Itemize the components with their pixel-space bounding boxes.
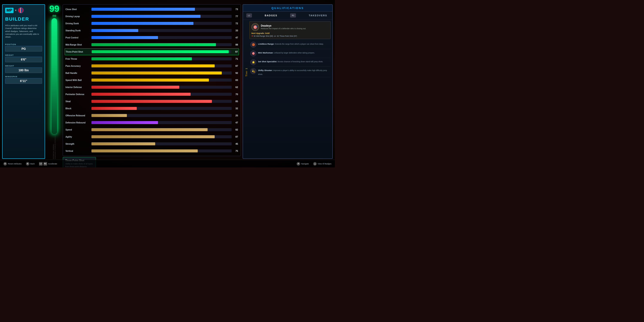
nba-logo — [18, 7, 24, 13]
attr-name: Vertical — [66, 150, 90, 152]
attr-row[interactable]: Block32 — [64, 105, 239, 112]
attr-value: 32 — [233, 107, 238, 110]
attr-bar-fill — [92, 36, 158, 39]
takeovers-tab[interactable]: TAKEOVERS — [307, 13, 329, 18]
view-label: View All Badges — [318, 163, 332, 165]
attr-value: 62 — [233, 86, 238, 88]
navigate-btn[interactable]: R — [297, 162, 300, 166]
accelerate-item: L2 R2 Accelerate — [39, 162, 57, 166]
attr-bar-bg — [92, 93, 232, 96]
attr-row[interactable]: Speed82 — [64, 126, 239, 133]
attr-bar-bg — [92, 57, 232, 60]
attr-value: 87 — [233, 136, 238, 138]
attr-row[interactable]: Pass Accuracy87 — [64, 62, 239, 69]
attr-bar-fill — [92, 57, 192, 60]
attr-name: Offensive Rebound — [66, 114, 90, 117]
attr-row[interactable]: Strength45 — [64, 140, 239, 147]
view-btn[interactable]: △ — [313, 162, 317, 166]
attr-bar-fill — [92, 22, 194, 25]
attr-bar-bg — [92, 86, 232, 89]
attr-row[interactable]: Close Shot73 — [64, 6, 239, 13]
attr-name: Defensive Rebound — [66, 122, 90, 124]
attr-row[interactable]: Post Control47 — [64, 34, 239, 41]
upgrade-req: ✕ 92 Mid-Range Shot (88) -or- 92 Three-P… — [251, 35, 329, 37]
l2-btn[interactable]: L2 — [39, 162, 42, 166]
attr-name: Perimeter Defense — [66, 93, 90, 96]
attr-value: 83 — [233, 79, 238, 81]
badge-small-item: 💫Shifty Shooter: Improves a player's abi… — [250, 67, 330, 77]
r1-button[interactable]: R1 — [290, 14, 296, 18]
attr-name: Post Control — [66, 36, 90, 39]
vertical-bar-container: POTENTIAL OVERALL REMAINING ATTRIBUTE PO… — [52, 18, 57, 159]
badge-small-text: Set Shot Specialist: Boosts chances of k… — [258, 59, 330, 63]
bottom-bar: B Reset Attributes B Back L2 R2 Accelera… — [0, 160, 335, 168]
overall-number: 99 — [49, 4, 60, 13]
attr-row[interactable]: Offensive Rebound25 — [64, 112, 239, 119]
overall-max: /99 — [52, 14, 56, 18]
attr-row[interactable]: Vertical75 — [64, 148, 239, 154]
attr-name: Block — [66, 107, 90, 110]
attr-value: 71 — [233, 58, 238, 60]
middle-panel: 99 /99 POTENTIAL OVERALL REMAINING ATTRI… — [47, 4, 241, 159]
attr-value: 92 — [233, 72, 238, 74]
remaining-label: REMAINING ATTRIBUTE POTENTIAL — [54, 136, 56, 159]
attr-row[interactable]: Free Throw71 — [64, 56, 239, 62]
attr-row[interactable]: Interior Defense62 — [64, 84, 239, 90]
navigate-label: Navigate — [301, 163, 309, 165]
badge-header: 🎯 Deadeye Reduces the impact of a defend… — [251, 23, 329, 31]
attr-row[interactable]: Perimeter Defense70 — [64, 91, 239, 98]
reset-btn[interactable]: B — [4, 162, 7, 166]
attr-bar-bg — [92, 107, 232, 110]
attr-value: 25 — [233, 114, 238, 117]
back-btn[interactable]: B — [26, 162, 30, 166]
badges-tab[interactable]: BADGES — [263, 13, 279, 18]
attr-row[interactable]: Speed With Ball83 — [64, 77, 239, 84]
main-badge-icon: 🎯 — [251, 23, 259, 31]
badge-small-text: Mini Marksman: Unfazed by larger defende… — [258, 50, 330, 54]
attr-bar-bg — [92, 100, 232, 103]
attr-name: Speed With Ball — [66, 79, 90, 81]
attr-row[interactable]: Steal85 — [64, 98, 239, 105]
attr-value: 85 — [233, 100, 238, 102]
badge-small-icon: ⭐ — [250, 59, 256, 65]
attr-bar-fill — [92, 107, 137, 110]
attr-value: 73 — [233, 8, 238, 10]
attr-row[interactable]: Driving Dunk72 — [64, 20, 239, 27]
attr-name: Close Shot — [66, 8, 90, 10]
badge-small-name: Limitless Range: — [258, 43, 275, 45]
attr-bar-fill — [92, 15, 200, 18]
height-value: 6'6" — [5, 57, 42, 62]
overall-lightning-bar — [52, 18, 57, 134]
attr-row[interactable]: Mid-Range Shot88 — [64, 41, 239, 48]
attr-row[interactable]: Three-Point Shot97 — [64, 48, 239, 55]
attr-value: 33 — [233, 29, 238, 32]
r2-btn[interactable]: R2 — [44, 162, 47, 166]
attr-row[interactable]: Defensive Rebound47 — [64, 119, 239, 126]
attr-bar-bg — [92, 142, 232, 145]
position-value: PG — [5, 46, 42, 52]
attr-bar-bg — [92, 121, 232, 124]
attr-row[interactable]: Agility87 — [64, 133, 239, 140]
attr-value: 47 — [233, 36, 238, 39]
attr-row[interactable]: Standing Dunk33 — [64, 27, 239, 34]
attr-row[interactable]: Driving Layup77 — [64, 13, 239, 20]
back-item: B Back — [26, 162, 35, 166]
attr-name: Driving Layup — [66, 15, 90, 18]
badge-small-name: Set Shot Specialist: — [258, 60, 278, 63]
attr-value: 70 — [233, 93, 238, 96]
attr-bar-bg — [92, 22, 232, 25]
badge-small-item: 🎯Mini Marksman: Unfazed by larger defend… — [250, 49, 330, 58]
attr-value: 88 — [233, 43, 238, 46]
small-badges-list: 🏀Limitless Range: Extends the range from… — [250, 40, 330, 77]
wingspan-label: WINGSPAN — [5, 76, 18, 78]
attr-bar-fill — [92, 8, 195, 11]
wingspan-value: 6'11" — [5, 78, 42, 84]
l1-button[interactable]: L1 — [246, 14, 252, 18]
attr-bar-bg — [92, 128, 232, 131]
main-badge: 🎯 Deadeye Reduces the impact of a defend… — [250, 21, 330, 39]
tier1-content: 🎯 Deadeye Reduces the impact of a defend… — [250, 21, 330, 77]
attr-bar-bg — [92, 114, 232, 117]
attr-row[interactable]: Ball Handle92 — [64, 70, 239, 76]
badge-small-icon: 🏀 — [250, 42, 256, 48]
attr-bar-fill — [92, 43, 216, 46]
